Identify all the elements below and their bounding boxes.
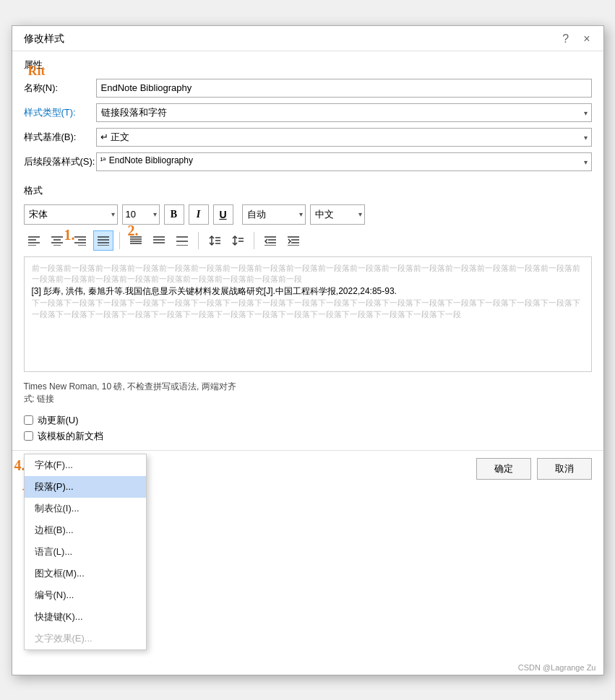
increase-indent-btn[interactable] — [283, 230, 304, 251]
new-doc-checkbox[interactable] — [24, 431, 33, 441]
lang-select[interactable]: 中文 — [310, 204, 365, 225]
left-align-btn[interactable] — [24, 230, 44, 251]
menu-item-font[interactable]: 字体(F)... — [25, 454, 146, 476]
new-doc-label: 该模板的新文档 — [38, 430, 103, 443]
justify-align-btn[interactable] — [93, 230, 113, 251]
annotation-2: 2. — [128, 222, 139, 239]
color-select-wrapper: 自动 ▾ — [242, 204, 306, 225]
following-style-row: 后续段落样式(S): ▾ ¹ᵃ EndNote Bibliography — [24, 152, 592, 171]
title-bar-controls: ? × — [558, 32, 594, 46]
menu-item-text-effects: 文字效果(E)... — [25, 628, 146, 649]
options-area: 动更新(U) 该模板的新文档 — [12, 411, 603, 446]
style-type-select[interactable]: 链接段落和字符 — [96, 103, 592, 122]
style-type-row: 样式类型(T): 链接段落和字符 ▾ — [24, 103, 592, 122]
menu-item-tab[interactable]: 制表位(I)... — [25, 498, 146, 519]
bold-button[interactable]: B — [164, 204, 184, 225]
menu-item-shortcut[interactable]: 快捷键(K)... — [25, 606, 146, 628]
spacing-down-btn[interactable] — [228, 230, 248, 251]
align-sep-2 — [198, 232, 199, 249]
desc-line1: Times New Roman, 10 磅, 不检查拼写或语法, 两端对齐 — [24, 381, 592, 393]
style-type-label: 样式类型(T): — [24, 106, 96, 119]
format-section-label: 格式 — [12, 183, 603, 202]
align-sep-1 — [119, 232, 120, 249]
name-label: 名称(N): — [24, 82, 96, 95]
double-space-btn[interactable] — [172, 230, 192, 251]
desc-line2: 式: 链接 — [24, 393, 592, 405]
menu-item-border[interactable]: 边框(B)... — [25, 519, 146, 541]
underline-button[interactable]: U — [213, 204, 233, 225]
spacing-up-btn[interactable] — [205, 230, 225, 251]
following-label: 后续段落样式(S): — [24, 155, 96, 168]
form-area: 名称(N): 样式类型(T): 链接段落和字符 ▾ 样式基准(B): ▾ ↵ 正… — [12, 76, 603, 183]
close-button[interactable]: × — [579, 32, 594, 46]
font-toolbar: 宋体 ▾ 10 ▾ B I U 自动 ▾ 中文 ▾ — [12, 202, 603, 228]
context-menu: 字体(F)... 段落(P)... 制表位(I)... 边框(B)... 语言(… — [24, 454, 147, 650]
auto-update-label: 动更新(U) — [38, 414, 79, 427]
annotation-1: 1. — [64, 227, 75, 243]
italic-button[interactable]: I — [189, 204, 209, 225]
style-base-label: 样式基准(B): — [24, 131, 96, 144]
watermark: CSDN @Lagrange Zu — [518, 663, 596, 672]
font-select[interactable]: 宋体 — [24, 204, 118, 225]
align-sep-3 — [254, 232, 254, 249]
dialog-title: 修改样式 — [24, 33, 64, 46]
preview-after-text: 下一段落下一段落下一段落下一段落下一段落下一段落下一段落下一段落下一段落下一段落… — [32, 298, 584, 320]
style-type-select-wrapper: 链接段落和字符 ▾ — [96, 103, 592, 122]
following-select-wrapper: ▾ ¹ᵃ EndNote Bibliography — [96, 152, 592, 171]
font-select-wrapper: 宋体 ▾ — [24, 204, 118, 225]
menu-item-language[interactable]: 语言(L)... — [25, 541, 146, 563]
style-base-select-wrapper: ▾ ↵ 正文 — [96, 128, 592, 147]
menu-item-paragraph[interactable]: 段落(P)... — [25, 476, 146, 498]
style-base-row: 样式基准(B): ▾ ↵ 正文 — [24, 128, 592, 147]
cancel-button[interactable]: 取消 — [537, 458, 592, 480]
name-row: 名称(N): — [24, 79, 592, 98]
preview-area: 前一段落前一段落前一段落前一段落前一段落前一段落前一段落前一段落前一段落前一段落… — [24, 256, 592, 372]
decrease-indent-btn[interactable] — [260, 230, 280, 251]
preview-before-text: 前一段落前一段落前一段落前一段落前一段落前一段落前一段落前一段落前一段落前一段落… — [32, 263, 584, 285]
auto-update-checkbox[interactable] — [24, 415, 33, 425]
footer-right: 确定 取消 — [476, 458, 592, 480]
modify-style-dialog: 修改样式 ? × 属性 名称(N): 样式类型(T): 链接段落和字符 ▾ 样式… — [12, 25, 604, 675]
align-toolbar — [12, 228, 603, 254]
ok-button[interactable]: 确定 — [476, 458, 531, 480]
menu-item-frame[interactable]: 图文框(M)... — [25, 563, 146, 584]
description-area: Times New Roman, 10 磅, 不检查拼写或语法, 两端对齐 式:… — [12, 375, 603, 411]
font-size-select-wrapper: 10 ▾ — [122, 204, 160, 225]
properties-section-label: 属性 — [12, 51, 603, 76]
font-size-select[interactable]: 10 — [122, 204, 160, 225]
color-select[interactable]: 自动 — [242, 204, 306, 225]
menu-item-numbering[interactable]: 编号(N)... — [25, 584, 146, 606]
following-select[interactable] — [96, 152, 592, 171]
auto-update-row: 动更新(U) — [24, 414, 592, 427]
title-bar: 修改样式 ? × — [12, 26, 603, 51]
one-half-space-btn[interactable] — [149, 230, 169, 251]
new-doc-row: 该模板的新文档 — [24, 430, 592, 443]
style-base-select[interactable] — [96, 128, 592, 147]
preview-highlight-text: [3] 彭寿, 洪伟, 秦旭升等.我国信息显示关键材料发展战略研究[J].中国工… — [32, 285, 584, 298]
lang-select-wrapper: 中文 ▾ — [310, 204, 365, 225]
annotation-rit: Rit — [28, 64, 46, 79]
help-button[interactable]: ? — [558, 32, 573, 46]
name-input[interactable] — [96, 79, 592, 98]
